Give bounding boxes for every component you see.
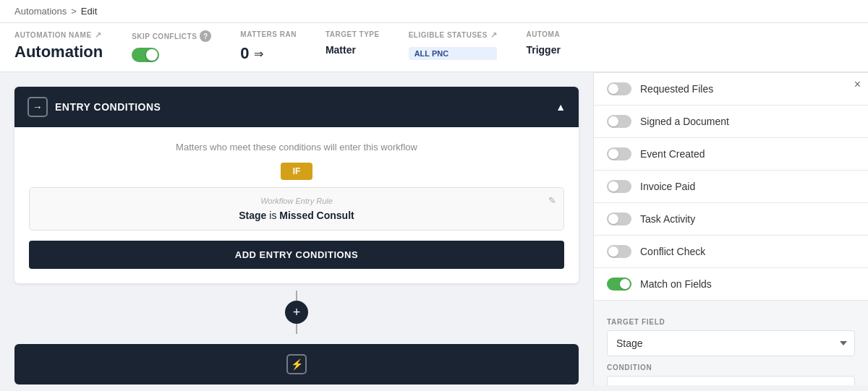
breadcrumb-parent[interactable]: Automations <box>14 6 67 17</box>
automation-name-field: AUTOMATION NAME ↗ Automation <box>14 30 103 61</box>
rule-label: Workflow Entry Rule <box>41 197 552 205</box>
eligible-statuses-link-icon[interactable]: ↗ <box>490 30 498 40</box>
bottom-card-preview: ⚡ <box>14 344 579 384</box>
rule-field: Stage <box>239 210 266 221</box>
toggle-item-task-activity: Task Activity <box>594 203 868 236</box>
automation-trigger-field: AUTOMA Trigger <box>526 30 560 56</box>
skip-conflicts-help-icon[interactable]: ? <box>200 30 211 42</box>
skip-conflicts-field: SKIP CONFLICTS ? <box>132 30 211 62</box>
entry-conditions-title: ENTRY CONDITIONS <box>55 101 161 113</box>
toggle-item-invoice-paid: Invoice Paid <box>594 171 868 203</box>
invoice-paid-label: Invoice Paid <box>640 181 695 192</box>
toggle-item-requested-files: Requested Files <box>594 72 868 106</box>
main-content: → ENTRY CONDITIONS ▲ Matters who meet th… <box>0 72 868 385</box>
if-badge: IF <box>281 163 312 180</box>
left-panel: → ENTRY CONDITIONS ▲ Matters who meet th… <box>0 72 593 385</box>
plus-connector: + <box>14 283 579 341</box>
bottom-card-icon: ⚡ <box>286 354 307 374</box>
skip-conflicts-toggle[interactable] <box>132 48 159 62</box>
connector-line-bottom <box>296 324 297 334</box>
entry-conditions-body: Matters who meet these conditions will e… <box>14 127 579 283</box>
signed-document-toggle[interactable] <box>607 115 631 128</box>
match-on-fields-toggle[interactable] <box>607 278 631 291</box>
breadcrumb-current: Edit <box>81 6 97 17</box>
automation-name-label: AUTOMATION NAME ↗ <box>14 30 103 40</box>
entry-conditions-icon: → <box>27 97 48 117</box>
entry-conditions-subtitle: Matters who meet these conditions will e… <box>29 142 564 152</box>
matters-ran-arrow-icon[interactable]: ⇒ <box>254 47 263 61</box>
entry-conditions-collapse-icon[interactable]: ▲ <box>556 101 566 113</box>
toggle-item-signed-document: Signed a Document <box>594 106 868 138</box>
matters-ran-field: MATTERS RAN 0 ⇒ <box>240 30 297 63</box>
event-created-toggle[interactable] <box>607 147 631 160</box>
entry-rule-box: Workflow Entry Rule Stage is Missed Cons… <box>29 187 564 231</box>
target-field-label: TARGET FIELD <box>607 318 855 326</box>
add-step-button[interactable]: + <box>285 301 308 324</box>
rule-edit-icon[interactable]: ✎ <box>548 195 556 206</box>
entry-conditions-header: → ENTRY CONDITIONS ▲ <box>14 87 579 127</box>
add-entry-conditions-button[interactable]: ADD ENTRY CONDITIONS <box>29 241 564 269</box>
task-activity-label: Task Activity <box>640 213 695 225</box>
invoice-paid-toggle[interactable] <box>607 180 631 193</box>
toggle-item-event-created: Event Created <box>594 138 868 171</box>
breadcrumb-separator: > <box>71 6 77 17</box>
target-type-label: TARGET TYPE <box>326 30 380 38</box>
condition-select[interactable]: IS EQUAL TO <box>607 376 855 385</box>
toggle-item-conflict-check: Conflict Check <box>594 236 868 268</box>
automation-trigger-label: AUTOMA <box>526 30 560 38</box>
skip-conflicts-label: SKIP CONFLICTS ? <box>132 30 211 42</box>
eligible-statuses-label: ELIGIBLE STATUSES ↗ <box>409 30 498 40</box>
matters-ran-label: MATTERS RAN <box>240 30 297 38</box>
target-type-field: TARGET TYPE Matter <box>326 30 380 56</box>
right-panel-close-button[interactable]: × <box>854 78 861 91</box>
automation-name-link-icon[interactable]: ↗ <box>95 30 102 40</box>
matters-ran-number: 0 <box>240 44 249 63</box>
requested-files-label: Requested Files <box>640 83 713 95</box>
right-panel: × Requested Files Signed a Document Even… <box>593 72 868 385</box>
target-type-value: Matter <box>326 44 380 56</box>
toggle-item-match-on-fields: Match on Fields <box>594 268 868 301</box>
rule-value: Stage is Missed Consult <box>41 210 552 221</box>
breadcrumb: Automations > Edit <box>0 0 868 23</box>
requested-files-toggle[interactable] <box>607 82 631 95</box>
eligible-statuses-field: ELIGIBLE STATUSES ↗ ALL PNC <box>409 30 498 60</box>
conflict-check-toggle[interactable] <box>607 245 631 258</box>
condition-label: CONDITION <box>607 364 855 371</box>
event-created-label: Event Created <box>640 148 705 160</box>
toggle-items-list: Requested Files Signed a Document Event … <box>594 72 868 301</box>
entry-conditions-title-group: → ENTRY CONDITIONS <box>27 97 161 117</box>
header-row: AUTOMATION NAME ↗ Automation SKIP CONFLI… <box>0 23 868 72</box>
rule-condition-value: Missed Consult <box>279 210 354 221</box>
match-on-fields-label: Match on Fields <box>640 278 712 290</box>
signed-document-label: Signed a Document <box>640 116 729 127</box>
target-field-select[interactable]: Stage <box>607 330 855 356</box>
rule-is: is <box>269 210 279 221</box>
automation-trigger-value: Trigger <box>526 44 560 56</box>
skip-conflicts-toggle-wrap <box>132 48 211 62</box>
matters-ran-value-group: 0 ⇒ <box>240 44 297 63</box>
right-form: TARGET FIELD Stage CONDITION IS EQUAL TO… <box>594 301 868 385</box>
entry-conditions-card: → ENTRY CONDITIONS ▲ Matters who meet th… <box>14 87 579 283</box>
task-activity-toggle[interactable] <box>607 212 631 225</box>
conflict-check-label: Conflict Check <box>640 246 705 257</box>
connector-line-top <box>296 291 297 301</box>
automation-name-value: Automation <box>14 43 103 61</box>
eligible-statuses-badge: ALL PNC <box>409 47 498 60</box>
